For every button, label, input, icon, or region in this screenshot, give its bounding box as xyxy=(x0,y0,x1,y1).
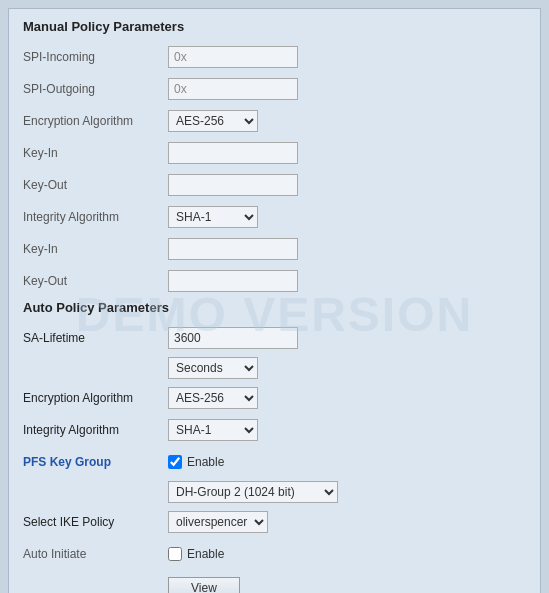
manual-key-in-input-1[interactable] xyxy=(168,142,298,164)
spi-incoming-row: SPI-Incoming xyxy=(23,44,526,70)
manual-key-out-input-2[interactable] xyxy=(168,270,298,292)
auto-int-algo-label: Integrity Algorithm xyxy=(23,423,168,437)
manual-int-algo-row: Integrity Algorithm SHA-1 SHA-256 MD5 xyxy=(23,204,526,230)
pfs-group-row: DH-Group 2 (1024 bit) DH-Group 5 (1536 b… xyxy=(23,481,526,503)
spi-outgoing-row: SPI-Outgoing xyxy=(23,76,526,102)
manual-key-in-row-1: Key-In xyxy=(23,140,526,166)
auto-int-algo-row: Integrity Algorithm SHA-1 SHA-256 MD5 xyxy=(23,417,526,443)
spi-outgoing-input[interactable] xyxy=(168,78,298,100)
auto-initiate-group: Enable xyxy=(168,547,224,561)
seconds-row: Seconds Minutes Hours xyxy=(23,357,526,379)
manual-enc-algo-label: Encryption Algorithm xyxy=(23,114,168,128)
pfs-enable-checkbox[interactable] xyxy=(168,455,182,469)
view-button-row: View xyxy=(23,573,526,593)
ike-policy-select[interactable]: oliverspencer xyxy=(168,511,268,533)
auto-enc-algo-row: Encryption Algorithm AES-256 AES-128 3DE… xyxy=(23,385,526,411)
pfs-group-select[interactable]: DH-Group 2 (1024 bit) DH-Group 5 (1536 b… xyxy=(168,481,338,503)
manual-key-in-row-2: Key-In xyxy=(23,236,526,262)
manual-section-title: Manual Policy Parameters xyxy=(23,19,526,36)
sa-lifetime-label: SA-Lifetime xyxy=(23,331,168,345)
manual-enc-algo-row: Encryption Algorithm AES-256 AES-128 3DE… xyxy=(23,108,526,134)
pfs-key-label: PFS Key Group xyxy=(23,455,168,469)
view-button[interactable]: View xyxy=(168,577,240,593)
auto-initiate-checkbox[interactable] xyxy=(168,547,182,561)
auto-int-algo-select[interactable]: SHA-1 SHA-256 MD5 xyxy=(168,419,258,441)
sa-lifetime-row: SA-Lifetime xyxy=(23,325,526,351)
manual-key-out-row-2: Key-Out xyxy=(23,268,526,294)
auto-section-title: Auto Policy Parameters xyxy=(23,300,526,317)
spi-incoming-input[interactable] xyxy=(168,46,298,68)
pfs-enable-group: Enable xyxy=(168,455,224,469)
ike-policy-row: Select IKE Policy oliverspencer xyxy=(23,509,526,535)
auto-enc-algo-select[interactable]: AES-256 AES-128 3DES DES xyxy=(168,387,258,409)
auto-enc-algo-label: Encryption Algorithm xyxy=(23,391,168,405)
sa-lifetime-input[interactable] xyxy=(168,327,298,349)
auto-initiate-enable-label: Enable xyxy=(187,547,224,561)
spi-incoming-label: SPI-Incoming xyxy=(23,50,168,64)
manual-key-in-label-1: Key-In xyxy=(23,146,168,160)
manual-int-algo-select[interactable]: SHA-1 SHA-256 MD5 xyxy=(168,206,258,228)
auto-initiate-label: Auto Initiate xyxy=(23,547,168,561)
pfs-enable-label: Enable xyxy=(187,455,224,469)
auto-initiate-row: Auto Initiate Enable xyxy=(23,541,526,567)
manual-key-out-label-2: Key-Out xyxy=(23,274,168,288)
manual-key-out-label-1: Key-Out xyxy=(23,178,168,192)
ike-policy-label: Select IKE Policy xyxy=(23,515,168,529)
manual-key-out-input-1[interactable] xyxy=(168,174,298,196)
manual-enc-algo-select[interactable]: AES-256 AES-128 3DES DES xyxy=(168,110,258,132)
pfs-key-row: PFS Key Group Enable xyxy=(23,449,526,475)
manual-key-in-input-2[interactable] xyxy=(168,238,298,260)
manual-key-in-label-2: Key-In xyxy=(23,242,168,256)
spi-outgoing-label: SPI-Outgoing xyxy=(23,82,168,96)
manual-int-algo-label: Integrity Algorithm xyxy=(23,210,168,224)
manual-key-out-row-1: Key-Out xyxy=(23,172,526,198)
seconds-select[interactable]: Seconds Minutes Hours xyxy=(168,357,258,379)
